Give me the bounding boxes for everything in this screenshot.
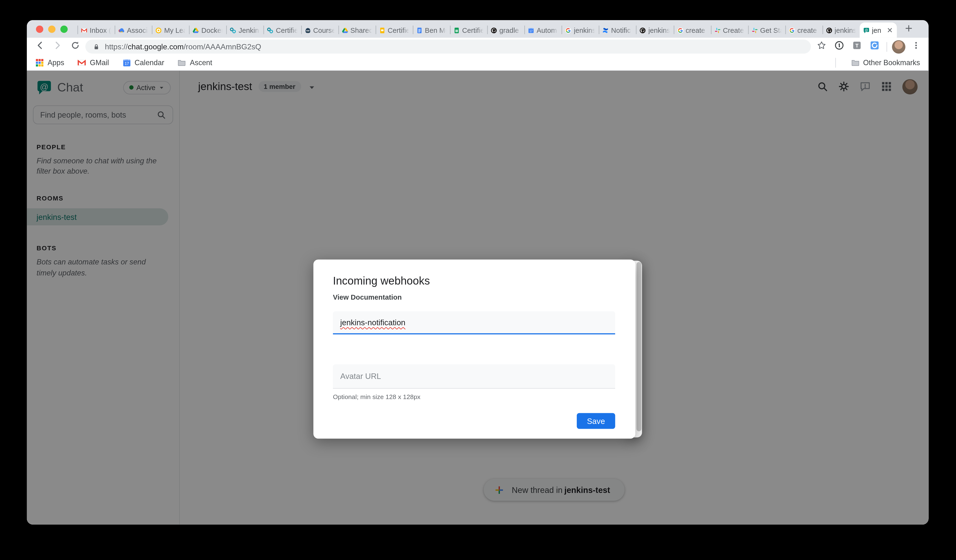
- browser-tab[interactable]: jenkins: [822, 22, 860, 38]
- webhook-name-value: jenkins-notification: [340, 318, 406, 327]
- tab-label: jenkins: [835, 27, 856, 34]
- browser-tab[interactable]: Create: [711, 22, 748, 38]
- tab-label: Shared: [351, 27, 372, 34]
- back-button[interactable]: [32, 39, 47, 54]
- bookmark-label: GMail: [90, 58, 109, 67]
- screen: Inbox ( Associ My Lea: [0, 0, 956, 560]
- blue-extension-button[interactable]: [867, 39, 882, 54]
- tab-label: Course: [313, 27, 334, 34]
- google-icon: [677, 27, 683, 33]
- tab-label: Ben Mu: [425, 27, 446, 34]
- browser-tab[interactable]: Certifie: [264, 22, 301, 38]
- minimize-window-button[interactable]: [48, 25, 56, 33]
- onepassword-extension-button[interactable]: [832, 39, 846, 54]
- svg-text:17: 17: [530, 29, 533, 32]
- bookmark-item[interactable]: Apps: [36, 58, 64, 67]
- browser-tab[interactable]: Ben Mu: [412, 22, 450, 38]
- dialog-scrollbar-thumb[interactable]: [636, 262, 641, 431]
- gdocs-icon: [417, 27, 422, 33]
- browser-menu-button[interactable]: [909, 39, 923, 54]
- jenkins-icon: [230, 27, 236, 33]
- browser-tab[interactable]: Jenkins: [226, 22, 264, 38]
- save-button[interactable]: Save: [577, 413, 615, 429]
- bookmark-label: Apps: [47, 58, 64, 67]
- browser-tab[interactable]: Docker: [189, 22, 226, 38]
- browser-toolbar: https://chat.google.com/room/AAAAmnBG2sQ…: [27, 38, 929, 56]
- page-content: @ Chat Active Find people, rooms, bots P…: [27, 71, 929, 525]
- avatar-helper-text: Optional; min size 128 x 128px: [333, 393, 420, 400]
- bookmark-item[interactable]: Ascent: [178, 58, 212, 67]
- github-icon: [826, 27, 832, 33]
- forward-button[interactable]: [50, 39, 65, 54]
- onepassword-icon: [835, 41, 844, 52]
- bookmark-label: Calendar: [134, 58, 164, 67]
- svg-text:T: T: [855, 43, 858, 49]
- gmail-icon: [81, 27, 87, 33]
- close-window-button[interactable]: [36, 25, 43, 33]
- other-bookmarks-button[interactable]: Other Bookmarks: [851, 58, 920, 67]
- tab-label: gradle: [499, 27, 520, 34]
- owl-icon: [305, 27, 311, 33]
- bookmark-item[interactable]: GMail: [78, 58, 109, 67]
- reload-icon: [71, 41, 80, 52]
- incoming-webhooks-dialog: Incoming webhooks View Documentation jen…: [313, 259, 642, 439]
- gdrive-icon: [342, 27, 348, 33]
- dialog-card: Incoming webhooks View Documentation jen…: [313, 259, 635, 439]
- browser-tab[interactable]: My Lea: [152, 22, 189, 38]
- browser-tab[interactable]: Associ: [115, 22, 152, 38]
- tab-label: create: [686, 27, 707, 34]
- browser-tab[interactable]: create: [785, 22, 822, 38]
- tab-close-icon[interactable]: [887, 27, 893, 33]
- fullscreen-window-button[interactable]: [60, 25, 68, 33]
- google-icon: [565, 27, 571, 33]
- tab-label: create: [797, 27, 819, 34]
- avatar-url-field[interactable]: [333, 364, 615, 389]
- tab-label: Get Sta: [760, 27, 781, 34]
- browser-profile-avatar[interactable]: [892, 40, 906, 53]
- address-bar[interactable]: https://chat.google.com/room/AAAAmnBG2sQ: [85, 39, 811, 53]
- plus-icon: [904, 24, 912, 35]
- gchat-icon: @: [863, 27, 869, 33]
- browser-tab[interactable]: Shared: [338, 22, 376, 38]
- tab-label: Certifie: [462, 27, 484, 34]
- text-extension-button[interactable]: T: [849, 39, 864, 54]
- tab-label: jenkins: [574, 27, 595, 34]
- bookmark-star-button[interactable]: [814, 39, 829, 54]
- browser-tab[interactable]: Course: [301, 22, 338, 38]
- tab-strip: Inbox ( Associ My Lea: [27, 20, 929, 38]
- tab-label: My Lea: [164, 27, 186, 34]
- view-documentation-link[interactable]: View Documentation: [333, 294, 402, 301]
- bookmark-label: Ascent: [190, 58, 212, 67]
- tab-label: Docker: [201, 27, 223, 34]
- tab-label: Certifie: [276, 27, 297, 34]
- tab-label: jen: [872, 27, 884, 34]
- gmail-icon: [78, 58, 86, 67]
- browser-tab[interactable]: Inbox (: [77, 22, 115, 38]
- browser-tab[interactable]: gradle: [487, 22, 524, 38]
- dialog-title: Incoming webhooks: [333, 275, 430, 287]
- tab-label: Jenkins: [239, 27, 260, 34]
- browser-tab[interactable]: create: [673, 22, 711, 38]
- svg-text:17: 17: [124, 61, 129, 66]
- jenkins-icon: [267, 27, 273, 33]
- browser-tab[interactable]: @ jen: [860, 22, 897, 38]
- github-icon: [640, 27, 646, 33]
- window-controls: [27, 20, 75, 38]
- toolbar-divider: [887, 42, 887, 52]
- browser-tab[interactable]: jenkins: [562, 22, 599, 38]
- star-icon: [817, 41, 826, 52]
- browser-tab[interactable]: Certifie: [376, 22, 412, 38]
- browser-tab[interactable]: Get Sta: [748, 22, 785, 38]
- new-tab-button[interactable]: [901, 21, 917, 37]
- browser-tab[interactable]: jenkins: [636, 22, 673, 38]
- tab-list: Inbox ( Associ My Lea: [77, 20, 897, 38]
- reload-button[interactable]: [68, 39, 82, 54]
- bookmark-item[interactable]: 17 Calendar: [122, 58, 164, 67]
- slack-icon: [714, 27, 720, 33]
- browser-tab[interactable]: Notific: [599, 22, 636, 38]
- browser-tab[interactable]: 17 Autom: [525, 22, 562, 38]
- other-bookmarks-label: Other Bookmarks: [863, 58, 920, 67]
- text-extension-icon: T: [852, 41, 861, 52]
- webhook-name-field[interactable]: jenkins-notification: [333, 311, 615, 335]
- browser-tab[interactable]: Certifie: [450, 22, 487, 38]
